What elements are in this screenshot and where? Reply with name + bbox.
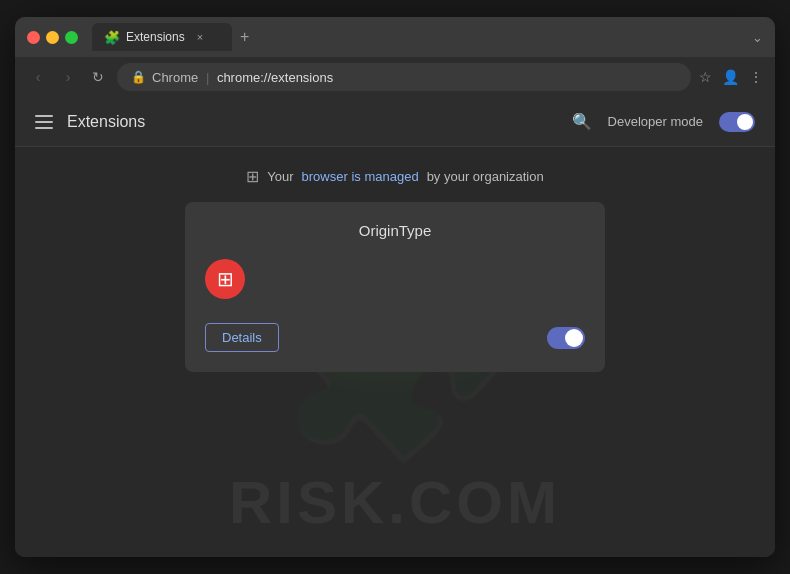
maximize-button[interactable] (65, 31, 78, 44)
new-tab-button[interactable]: + (240, 28, 249, 46)
address-actions: ☆ 👤 ⋮ (699, 69, 763, 85)
extensions-header: Extensions 🔍 Developer mode (15, 97, 775, 147)
hamburger-line (35, 121, 53, 123)
refresh-button[interactable]: ↻ (87, 69, 109, 85)
search-icon[interactable]: 🔍 (572, 112, 592, 131)
bookmark-icon[interactable]: ☆ (699, 69, 712, 85)
tab-close-icon[interactable]: × (197, 31, 203, 43)
traffic-lights (27, 31, 78, 44)
back-button[interactable]: ‹ (27, 69, 49, 85)
header-right: 🔍 Developer mode (572, 112, 755, 132)
extension-logo: ⊞ (205, 259, 245, 299)
close-button[interactable] (27, 31, 40, 44)
extension-logo-icon: ⊞ (217, 267, 234, 291)
page-title: Extensions (67, 113, 145, 131)
extension-toggle-knob (565, 329, 583, 347)
hamburger-line (35, 115, 53, 117)
address-bar: ‹ › ↻ 🔒 Chrome | chrome://extensions ☆ 👤… (15, 57, 775, 97)
toggle-knob (737, 114, 753, 130)
extension-toggle[interactable] (547, 327, 585, 349)
title-bar: 🧩 Extensions × + ⌄ (15, 17, 775, 57)
hamburger-line (35, 127, 53, 129)
main-content: 🧩 RISK.COM ⊞ Your browser is managed by … (15, 147, 775, 557)
tab-title: Extensions (126, 30, 185, 44)
managed-text-after: by your organization (427, 169, 544, 184)
minimize-button[interactable] (46, 31, 59, 44)
url-text: Chrome | chrome://extensions (152, 70, 333, 85)
tab-chevron-icon[interactable]: ⌄ (752, 30, 763, 45)
menu-icon[interactable]: ⋮ (749, 69, 763, 85)
developer-mode-label: Developer mode (608, 114, 703, 129)
extension-name: OriginType (359, 222, 432, 239)
watermark: RISK.COM (229, 468, 561, 537)
card-footer: Details (205, 323, 585, 352)
page-content: Extensions 🔍 Developer mode 🧩 RISK.COM ⊞… (15, 97, 775, 557)
tab-bar: 🧩 Extensions × + ⌄ (92, 23, 763, 51)
secure-icon: 🔒 (131, 70, 146, 84)
hamburger-menu[interactable] (35, 115, 53, 129)
url-separator: | (206, 70, 213, 85)
puzzle-icon: 🧩 (104, 30, 120, 45)
extensions-tab[interactable]: 🧩 Extensions × (92, 23, 232, 51)
url-path: chrome://extensions (217, 70, 333, 85)
managed-banner: ⊞ Your browser is managed by your organi… (246, 167, 543, 186)
managed-icon: ⊞ (246, 167, 259, 186)
browser-window: 🧩 Extensions × + ⌄ ‹ › ↻ 🔒 Chrome | chro… (15, 17, 775, 557)
chrome-label: Chrome (152, 70, 198, 85)
managed-text-before: Your (267, 169, 293, 184)
managed-link[interactable]: browser is managed (302, 169, 419, 184)
details-button[interactable]: Details (205, 323, 279, 352)
forward-button[interactable]: › (57, 69, 79, 85)
card-body: ⊞ (205, 259, 585, 299)
url-bar[interactable]: 🔒 Chrome | chrome://extensions (117, 63, 691, 91)
profile-icon[interactable]: 👤 (722, 69, 739, 85)
extension-card: OriginType ⊞ Details (185, 202, 605, 372)
header-left: Extensions (35, 113, 145, 131)
card-header: OriginType (205, 222, 585, 239)
developer-mode-toggle[interactable] (719, 112, 755, 132)
